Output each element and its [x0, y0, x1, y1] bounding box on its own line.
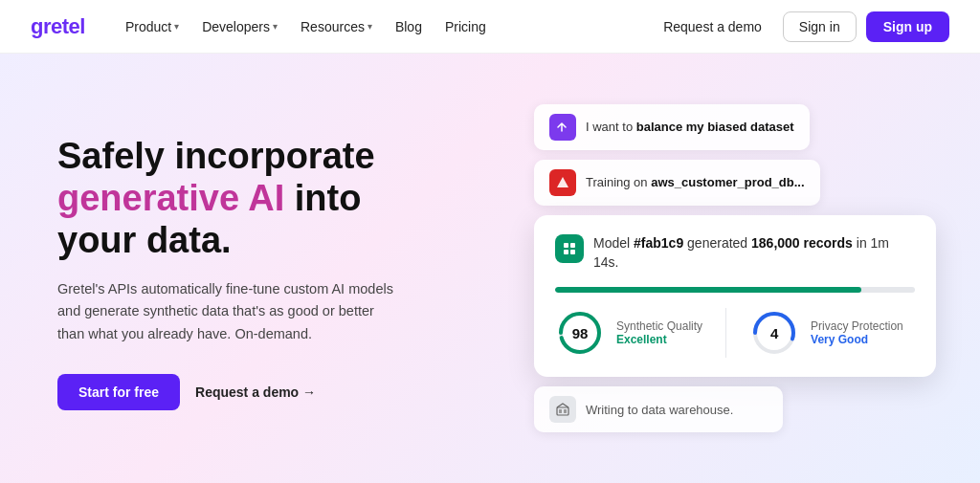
quality-value: 98: [572, 325, 589, 341]
warehouse-icon: [549, 396, 576, 423]
chevron-down-icon: ▾: [174, 21, 179, 32]
metric-privacy-protection: 4 Privacy Protection Very Good: [749, 308, 903, 358]
chevron-down-icon: ▾: [273, 21, 278, 32]
signup-button[interactable]: Sign up: [866, 11, 949, 42]
svg-rect-9: [557, 407, 568, 415]
quality-name: Synthetic Quality: [616, 319, 702, 333]
svg-rect-11: [564, 409, 567, 413]
warehouse-text: Writing to data warehouse.: [586, 403, 733, 417]
svg-rect-10: [559, 409, 562, 413]
metric-synthetic-quality: 98 Synthetic Quality Excellent: [555, 308, 702, 358]
nav-item-blog[interactable]: Blog: [386, 13, 432, 40]
progress-bar-fill: [555, 287, 861, 293]
hero-left: Safely incorporate generative AI into yo…: [0, 54, 490, 483]
nav-item-developers[interactable]: Developers ▾: [192, 13, 287, 40]
floating-ui: I want to balance my biased dataset Trai…: [534, 104, 936, 432]
navbar: gretel Product ▾ Developers ▾ Resources …: [0, 0, 980, 54]
chip2-text: Training on aws_customer_prod_db...: [586, 175, 805, 189]
nav-item-resources[interactable]: Resources ▾: [291, 13, 382, 40]
chevron-down-icon: ▾: [368, 21, 372, 32]
hero-title: Safely incorporate generative AI into yo…: [57, 136, 452, 261]
hero-section: Safely incorporate generative AI into yo…: [0, 54, 980, 483]
privacy-status: Very Good: [811, 333, 903, 346]
quality-labels: Synthetic Quality Excellent: [616, 319, 702, 346]
privacy-value: 4: [770, 325, 778, 341]
svg-rect-2: [570, 243, 575, 248]
model-icon: [555, 234, 584, 263]
metric-divider: [725, 308, 726, 358]
nav-actions: Request a demo Sign in Sign up: [652, 11, 949, 42]
request-demo-link[interactable]: Request a demo: [652, 13, 773, 40]
card-header: Model #fab1c9 generated 186,000 records …: [555, 234, 915, 272]
metrics-row: 98 Synthetic Quality Excellent: [555, 308, 915, 358]
request-demo-button[interactable]: Request a demo →: [195, 384, 316, 400]
signin-button[interactable]: Sign in: [783, 11, 857, 42]
svg-marker-0: [557, 177, 568, 187]
model-result-card: Model #fab1c9 generated 186,000 records …: [534, 215, 936, 377]
svg-rect-3: [564, 250, 568, 254]
privacy-labels: Privacy Protection Very Good: [811, 319, 903, 346]
svg-rect-1: [564, 243, 568, 248]
start-free-button[interactable]: Start for free: [57, 374, 180, 410]
quality-status: Excellent: [616, 333, 702, 346]
privacy-name: Privacy Protection: [811, 319, 903, 333]
nav-item-product[interactable]: Product ▾: [116, 13, 189, 40]
balance-icon: [549, 114, 576, 141]
progress-bar-container: [555, 287, 915, 293]
nav-item-pricing[interactable]: Pricing: [435, 13, 496, 40]
nav-links: Product ▾ Developers ▾ Resources ▾ Blog …: [116, 13, 652, 40]
quality-gauge: 98: [555, 308, 605, 358]
logo[interactable]: gretel: [31, 14, 85, 39]
training-icon: [549, 169, 576, 196]
hero-right: I want to balance my biased dataset Trai…: [490, 54, 980, 483]
privacy-gauge: 4: [749, 308, 799, 358]
card-title: Model #fab1c9 generated 186,000 records …: [593, 234, 915, 272]
chip1-text: I want to balance my biased dataset: [586, 120, 794, 134]
svg-rect-4: [570, 250, 575, 254]
hero-subtitle: Gretel's APIs automatically fine-tune cu…: [57, 278, 402, 345]
status-chip-warehouse: Writing to data warehouse.: [534, 386, 783, 432]
hero-buttons: Start for free Request a demo →: [57, 374, 452, 410]
status-chip-balance: I want to balance my biased dataset: [534, 104, 810, 150]
status-chip-training: Training on aws_customer_prod_db...: [534, 160, 820, 206]
